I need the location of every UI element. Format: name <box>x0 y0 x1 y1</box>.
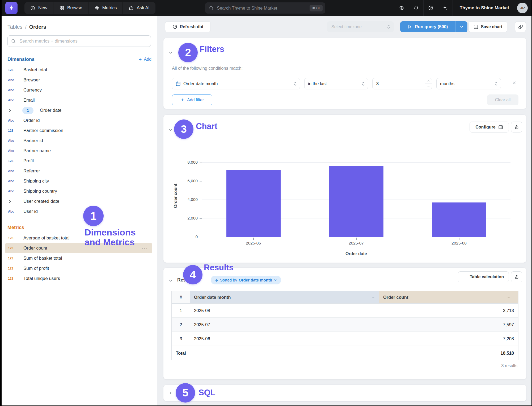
column-header-order-count[interactable]: Order count <box>379 291 518 303</box>
metric-item-total-unique-users[interactable]: 123Total unique users <box>5 274 152 284</box>
chart-bar-2025-06[interactable] <box>226 170 281 237</box>
hash-icon <box>94 6 99 11</box>
refresh-dbt-button[interactable]: Refresh dbt <box>165 21 211 32</box>
dimension-item-currency[interactable]: AbcCurrency <box>5 85 152 95</box>
dimension-item-partner-name[interactable]: AbcPartner name <box>5 146 152 156</box>
nav-item-metrics[interactable]: Metrics <box>88 2 123 14</box>
collapse-chart-chevron[interactable] <box>168 127 173 133</box>
dimension-item-user-id[interactable]: AbcUser id <box>5 206 152 217</box>
add-dimension-button[interactable]: Add <box>138 57 151 62</box>
panel-icon <box>498 125 503 130</box>
filter-value-input[interactable] <box>372 78 432 89</box>
metric-cell[interactable]: 7,208 <box>379 332 518 346</box>
text-type-icon: Abc <box>8 119 16 122</box>
fields-search-input[interactable] <box>19 38 147 44</box>
filter-operator-select[interactable]: in the last <box>304 78 368 89</box>
stepper-up-button[interactable] <box>425 78 432 84</box>
nav-item-new[interactable]: New <box>24 2 53 14</box>
filter-value-field[interactable] <box>373 78 432 89</box>
filter-unit-value: months <box>440 81 492 86</box>
y-axis-tick <box>200 200 202 200</box>
field-label: User id <box>23 209 38 214</box>
sorted-by-pill[interactable]: Sorted by Order date month <box>211 276 281 284</box>
results-count: 3 results <box>501 363 517 368</box>
field-label: Average of basket total <box>23 235 70 241</box>
stepper-down-button[interactable] <box>425 84 432 89</box>
timezone-select[interactable]: Select timezone <box>327 21 394 32</box>
collapse-filters-chevron[interactable] <box>168 50 173 56</box>
run-query-button[interactable]: Run query (500) <box>400 21 467 32</box>
filter-field-select[interactable]: Order date month <box>172 78 300 89</box>
dimension-item-order-date[interactable]: 1Order date <box>5 105 152 115</box>
annotation-circle-1: 1 <box>83 206 104 226</box>
bell-icon <box>413 5 419 11</box>
x-axis-tick <box>459 238 459 240</box>
fields-search[interactable] <box>7 35 151 47</box>
metric-item-sum-of-basket-total[interactable]: 123Sum of basket total <box>5 253 152 263</box>
table-total-row: Total18,518 <box>172 346 518 360</box>
configure-chart-button[interactable]: Configure <box>470 122 509 132</box>
chart-bar-2025-08[interactable] <box>432 202 486 237</box>
help-button[interactable] <box>424 0 438 16</box>
y-axis-label: 2,000 <box>177 216 198 221</box>
y-axis-label: 0 <box>177 234 198 239</box>
export-chart-button[interactable] <box>511 122 522 132</box>
dimension-item-partner-id[interactable]: AbcPartner id <box>5 136 152 146</box>
dimension-item-browser[interactable]: AbcBrowser <box>5 75 152 85</box>
global-search[interactable]: Search Thyme to Shine Market ⌘+K <box>205 2 325 14</box>
number-stepper[interactable] <box>425 78 432 89</box>
metric-item-sum-of-profit[interactable]: 123Sum of profit <box>5 263 152 274</box>
notifications-button[interactable] <box>409 0 423 16</box>
breadcrumb-tables[interactable]: Tables <box>7 24 22 30</box>
clear-all-filters-button[interactable]: Clear all <box>487 94 518 105</box>
nav-item-browse[interactable]: Browse <box>53 2 88 14</box>
collapse-results-chevron[interactable] <box>168 278 173 284</box>
remove-filter-button[interactable] <box>512 81 517 86</box>
plus-icon <box>138 57 142 61</box>
user-avatar[interactable]: JP <box>517 3 528 13</box>
dimension-item-order-id[interactable]: AbcOrder id <box>5 115 152 126</box>
text-type-icon: Abc <box>8 98 16 102</box>
nav-item-ask-ai[interactable]: Ask AI <box>123 2 155 14</box>
dimension-item-referrer[interactable]: AbcReferrer <box>5 166 152 176</box>
share-link-button[interactable] <box>515 21 526 32</box>
settings-button[interactable] <box>394 0 409 16</box>
search-icon <box>11 39 16 44</box>
row-index-cell: 3 <box>172 332 190 346</box>
metric-cell[interactable]: 7,597 <box>379 318 518 332</box>
save-chart-button[interactable]: Save chart <box>468 21 507 32</box>
column-header-order-date-month[interactable]: Order date month <box>190 291 379 303</box>
dimension-item-partner-commission[interactable]: 123Partner commission <box>5 126 152 136</box>
dimension-cell[interactable]: 2025-08 <box>190 304 379 317</box>
run-query-dropdown[interactable] <box>455 21 467 32</box>
dimension-item-basket-total[interactable]: 123Basket total <box>5 65 152 75</box>
ai-sparkles-button[interactable] <box>438 0 453 16</box>
dimension-item-email[interactable]: AbcEmail <box>5 95 152 105</box>
x-axis-label: 2025-07 <box>334 241 379 246</box>
app-logo[interactable] <box>5 2 18 14</box>
nav-item-label: Browse <box>67 5 82 11</box>
number-type-icon: 123 <box>8 159 16 163</box>
field-label: User created date <box>23 199 59 204</box>
run-query-main[interactable]: Run query (500) <box>400 21 455 32</box>
dimension-item-profit[interactable]: 123Profit <box>5 156 152 166</box>
filter-unit-select[interactable]: months <box>436 78 501 89</box>
dimension-cell[interactable]: 2025-07 <box>190 318 379 332</box>
dimension-item-shipping-country[interactable]: AbcShipping country <box>5 186 152 196</box>
table-row-3: 32025-067,208 <box>172 332 518 346</box>
nav-item-label: Metrics <box>102 5 117 11</box>
chevron-down-sm-icon <box>371 295 375 300</box>
table-calculation-button[interactable]: Table calculation <box>458 271 509 282</box>
chart-bar-2025-07[interactable] <box>329 166 383 237</box>
navbar-right-cluster: Thyme to Shine Market JP <box>394 0 528 16</box>
expand-sql-chevron[interactable] <box>168 391 173 396</box>
dimension-item-shipping-city[interactable]: AbcShipping city <box>5 176 152 186</box>
add-filter-button[interactable]: Add filter <box>172 94 212 105</box>
item-menu-ellipsis-icon[interactable]: ··· <box>142 245 150 251</box>
export-results-button[interactable] <box>511 271 522 282</box>
dimension-item-user-created-date[interactable]: User created date <box>5 196 152 206</box>
org-name[interactable]: Thyme to Shine Market <box>453 5 516 11</box>
arrow-down-icon <box>215 278 218 282</box>
dimension-cell[interactable]: 2025-06 <box>190 332 379 346</box>
metric-cell[interactable]: 3,713 <box>379 304 518 317</box>
